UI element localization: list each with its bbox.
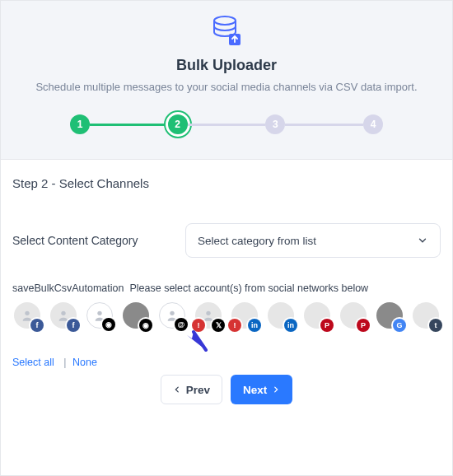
- x-twitter-icon: 𝕏: [212, 319, 225, 332]
- linkedin-icon: in: [284, 319, 297, 332]
- threads-icon: @: [175, 318, 188, 331]
- next-button-label: Next: [243, 384, 267, 396]
- channel-strip: f f ◉ ◉ @ ! 𝕏 ! in in P: [12, 302, 441, 329]
- select-none-link[interactable]: None: [72, 357, 97, 368]
- helper-line: saveBulkCsvAutomation Please select acco…: [12, 282, 441, 294]
- channel-instagram-2[interactable]: ◉: [123, 302, 149, 329]
- channel-linkedin-2[interactable]: in: [268, 302, 294, 329]
- wizard-stepper: 1 2 3 4: [70, 114, 383, 134]
- chevron-right-icon: [272, 385, 280, 394]
- instagram-icon: ◉: [102, 318, 115, 331]
- selection-links: Select all | None: [12, 357, 441, 368]
- helper-text: Please select account(s) from social net…: [129, 282, 368, 294]
- svg-point-6: [206, 311, 210, 315]
- category-select-placeholder: Select category from list: [198, 235, 316, 247]
- step-4: 4: [363, 114, 383, 134]
- link-separator: |: [63, 357, 66, 368]
- prev-button-label: Prev: [186, 384, 210, 396]
- step-line-3-4: [285, 124, 363, 126]
- linkedin-icon: in: [248, 319, 261, 332]
- error-icon: !: [228, 319, 241, 332]
- error-icon: !: [192, 319, 205, 332]
- pinterest-icon: P: [357, 319, 370, 332]
- instagram-icon: ◉: [139, 319, 152, 332]
- next-button[interactable]: Next: [231, 375, 292, 404]
- step-3: 3: [265, 114, 285, 134]
- channel-pinterest-2[interactable]: P: [340, 302, 367, 329]
- channel-linkedin-1[interactable]: ! in: [231, 302, 258, 329]
- svg-point-4: [97, 311, 101, 315]
- tumblr-icon: t: [429, 319, 442, 332]
- chevron-down-icon: [417, 235, 428, 246]
- channel-facebook-1[interactable]: f: [14, 302, 40, 329]
- page-subtitle: Schedule multiple messages to your socia…: [17, 81, 436, 93]
- wizard-body: Step 2 - Select Channels Select Content …: [1, 160, 452, 411]
- chevron-left-icon: [173, 385, 181, 394]
- pinterest-icon: P: [320, 319, 334, 332]
- channel-pinterest-1[interactable]: P: [304, 302, 330, 329]
- step-1[interactable]: 1: [70, 114, 90, 134]
- helper-key: saveBulkCsvAutomation: [12, 282, 124, 294]
- google-icon: G: [393, 319, 406, 332]
- step-2[interactable]: 2: [168, 114, 188, 134]
- channel-x[interactable]: ! 𝕏: [195, 302, 222, 329]
- channel-facebook-2[interactable]: f: [50, 302, 77, 329]
- category-label: Select Content Category: [12, 234, 161, 247]
- channel-tumblr[interactable]: t: [413, 302, 439, 329]
- step-line-1-2: [90, 124, 168, 126]
- category-select[interactable]: Select category from list: [185, 223, 441, 258]
- prev-button[interactable]: Prev: [161, 375, 222, 404]
- bulk-uploader-icon: [208, 12, 245, 49]
- step-heading: Step 2 - Select Channels: [12, 176, 441, 190]
- category-row: Select Content Category Select category …: [12, 223, 441, 258]
- facebook-icon: f: [30, 319, 44, 332]
- channel-google-business[interactable]: G: [376, 302, 403, 329]
- svg-point-0: [214, 16, 236, 25]
- svg-point-2: [25, 311, 29, 315]
- channel-threads[interactable]: @: [159, 302, 185, 329]
- channel-instagram-1[interactable]: ◉: [86, 302, 113, 329]
- facebook-icon: f: [67, 319, 80, 332]
- wizard-nav: Prev Next: [12, 375, 441, 404]
- svg-point-5: [170, 311, 174, 315]
- wizard-header: Bulk Uploader Schedule multiple messages…: [1, 1, 452, 160]
- svg-point-3: [61, 311, 65, 315]
- step-line-2-3: [188, 124, 266, 126]
- page-title: Bulk Uploader: [17, 57, 436, 74]
- select-all-link[interactable]: Select all: [12, 357, 54, 368]
